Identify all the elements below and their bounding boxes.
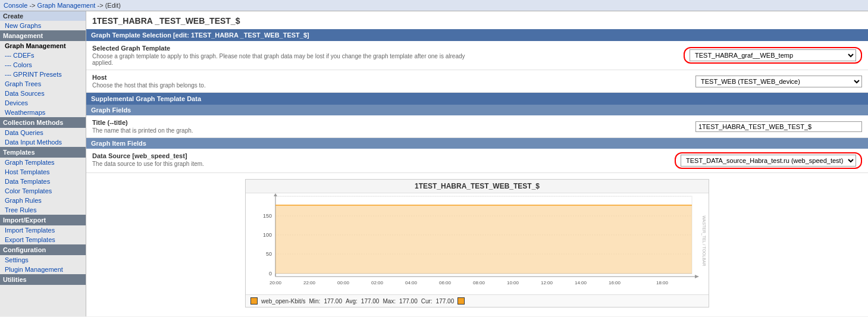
breadcrumb-edit: (Edit) bbox=[105, 2, 121, 9]
sidebar-item-data-queries[interactable]: Data Queries bbox=[0, 128, 86, 137]
svg-marker-27 bbox=[275, 205, 692, 274]
svg-text:18:00: 18:00 bbox=[656, 280, 669, 285]
data-source-select[interactable]: TEST_DATA_source_Habra_test.ru (web_spee… bbox=[681, 155, 856, 167]
title-label: Title (--title) bbox=[92, 119, 471, 126]
svg-text:0: 0 bbox=[269, 271, 272, 277]
legend-max-label: Max: bbox=[383, 298, 396, 305]
sidebar-item-gprint-presets[interactable]: --- GPRINT Presets bbox=[0, 70, 86, 79]
svg-text:16:00: 16:00 bbox=[609, 280, 621, 285]
title-field-cell bbox=[477, 115, 868, 138]
host-select[interactable]: TEST_WEB (TEST_WEB_device) bbox=[695, 76, 862, 87]
svg-text:20:00: 20:00 bbox=[270, 280, 282, 285]
main-content: 1TEST_HABRA _TEST_WEB_TEST_$ Graph Templ… bbox=[86, 11, 868, 316]
sidebar-section-configuration: Configuration bbox=[0, 244, 86, 255]
svg-marker-8 bbox=[695, 275, 699, 278]
svg-text:10:00: 10:00 bbox=[507, 280, 519, 285]
graph-item-fields-subheader: Graph Item Fields bbox=[86, 138, 868, 149]
sidebar-item-host-templates[interactable]: Host Templates bbox=[0, 167, 86, 177]
host-label: Host bbox=[92, 74, 471, 81]
host-field-cell: TEST_WEB (TEST_WEB_device) bbox=[477, 70, 868, 93]
legend-avg-label: Avg: bbox=[346, 298, 358, 305]
legend-cur-label: Cur: bbox=[421, 298, 433, 305]
svg-text:08:00: 08:00 bbox=[473, 280, 485, 285]
graph-template-form: Selected Graph Template Choose a graph t… bbox=[86, 41, 868, 93]
sidebar-item-graph-templates[interactable]: Graph Templates bbox=[0, 158, 86, 167]
legend-series-label: web_open-Kbit/s bbox=[261, 298, 306, 305]
sidebar-section-import-export: Import/Export bbox=[0, 215, 86, 225]
sidebar-item-colors[interactable]: --- Colors bbox=[0, 60, 86, 70]
form-row-data-source: Data Source [web_speed_test] The data so… bbox=[86, 149, 868, 173]
svg-text:00:00: 00:00 bbox=[337, 280, 350, 285]
sidebar-item-graph-trees[interactable]: Graph Trees bbox=[0, 79, 86, 89]
sidebar-item-graph-rules[interactable]: Graph Rules bbox=[0, 196, 86, 205]
graph-preview-title: 1TEST_HABRA_TEST_WEB_TEST_$ bbox=[246, 180, 709, 193]
title-input[interactable] bbox=[695, 121, 862, 132]
legend-cur-value: 177.00 bbox=[436, 298, 455, 305]
sidebar-item-data-sources[interactable]: Data Sources bbox=[0, 89, 86, 98]
data-source-desc: The data source to use for this graph it… bbox=[92, 161, 471, 167]
title-desc: The name that is printed on the graph. bbox=[92, 127, 471, 134]
svg-text:06:00: 06:00 bbox=[439, 280, 452, 285]
supplemental-form: Title (--title) The name that is printed… bbox=[86, 115, 868, 138]
svg-text:100: 100 bbox=[263, 232, 272, 238]
supplemental-section-header: Supplemental Graph Template Data bbox=[86, 93, 868, 105]
sidebar-item-new-graphs[interactable]: New Graphs bbox=[0, 21, 86, 30]
sidebar-item-tree-rules[interactable]: Tree Rules bbox=[0, 205, 86, 215]
sidebar-section-utilities: Utilities bbox=[0, 274, 86, 285]
template-select[interactable]: TEST_HABRA_graf__WEB_temp bbox=[690, 49, 856, 61]
svg-text:WASTER_TEL / TOOLBAR: WASTER_TEL / TOOLBAR bbox=[701, 215, 706, 266]
sidebar-section-collection: Collection Methods bbox=[0, 117, 86, 128]
sidebar-item-settings[interactable]: Settings bbox=[0, 255, 86, 265]
svg-text:22:00: 22:00 bbox=[303, 280, 316, 285]
sidebar-item-graph-management[interactable]: Graph Management bbox=[0, 41, 86, 51]
svg-text:50: 50 bbox=[266, 251, 272, 257]
sidebar-item-devices[interactable]: Devices bbox=[0, 98, 86, 108]
graph-fields-subheader: Graph Fields bbox=[86, 105, 868, 115]
graph-canvas: 0 50 100 150 20:00 22:00 00:00 02:00 04:… bbox=[246, 193, 709, 294]
graph-preview: 1TEST_HABRA_TEST_WEB_TEST_$ bbox=[245, 179, 709, 307]
svg-text:04:00: 04:00 bbox=[405, 280, 418, 285]
svg-text:14:00: 14:00 bbox=[575, 280, 587, 285]
form-row-template: Selected Graph Template Choose a graph t… bbox=[86, 41, 868, 70]
data-source-form: Data Source [web_speed_test] The data so… bbox=[86, 149, 868, 173]
sidebar-section-create: Create bbox=[0, 11, 86, 21]
sidebar-item-data-templates[interactable]: Data Templates bbox=[0, 177, 86, 186]
host-desc: Choose the host that this graph belongs … bbox=[92, 82, 471, 89]
sidebar-section-management: Management bbox=[0, 30, 86, 41]
legend-max-value: 177.00 bbox=[399, 298, 418, 305]
template-field-cell: TEST_HABRA_graf__WEB_temp bbox=[477, 41, 868, 70]
svg-text:12:00: 12:00 bbox=[541, 280, 553, 285]
page-title: 1TEST_HABRA _TEST_WEB_TEST_$ bbox=[86, 11, 868, 29]
data-source-label: Data Source [web_speed_test] bbox=[92, 152, 471, 159]
breadcrumb-graph-mgmt[interactable]: Graph Management bbox=[37, 2, 96, 9]
sidebar-section-templates: Templates bbox=[0, 147, 86, 158]
legend-color-box bbox=[250, 297, 258, 305]
graph-svg: 0 50 100 150 20:00 22:00 00:00 02:00 04:… bbox=[246, 193, 709, 294]
legend-cur-color-box bbox=[457, 297, 465, 305]
breadcrumb: Console -> Graph Management -> (Edit) bbox=[0, 0, 868, 11]
sidebar-item-weathermaps[interactable]: Weathermaps bbox=[0, 108, 86, 117]
sidebar-item-cdefs[interactable]: --- CDEFs bbox=[0, 51, 86, 60]
template-desc: Choose a graph template to apply to this… bbox=[92, 53, 471, 66]
sidebar: Create New Graphs Management Graph Manag… bbox=[0, 11, 86, 316]
svg-text:02:00: 02:00 bbox=[371, 280, 384, 285]
sidebar-item-import-templates[interactable]: Import Templates bbox=[0, 225, 86, 235]
graph-template-section-header: Graph Template Selection [edit: 1TEST_HA… bbox=[86, 29, 868, 41]
form-row-host: Host Choose the host that this graph bel… bbox=[86, 70, 868, 93]
sidebar-item-data-input-methods[interactable]: Data Input Methods bbox=[0, 137, 86, 147]
data-source-select-wrapper: TEST_DATA_source_Habra_test.ru (web_spee… bbox=[675, 152, 862, 169]
legend-min-value: 177.00 bbox=[324, 298, 342, 305]
svg-marker-9 bbox=[274, 193, 277, 196]
sidebar-item-export-templates[interactable]: Export Templates bbox=[0, 235, 86, 244]
graph-legend: web_open-Kbit/s Min: 177.00 Avg: 177.00 … bbox=[246, 294, 709, 307]
breadcrumb-console[interactable]: Console bbox=[4, 2, 27, 9]
breadcrumb-sep2: -> bbox=[97, 2, 105, 9]
legend-min-label: Min: bbox=[309, 298, 321, 305]
form-row-title: Title (--title) The name that is printed… bbox=[86, 115, 868, 138]
sidebar-item-color-templates[interactable]: Color Templates bbox=[0, 186, 86, 196]
sidebar-item-plugin-management[interactable]: Plugin Management bbox=[0, 265, 86, 274]
legend-avg-value: 177.00 bbox=[361, 298, 380, 305]
template-select-wrapper: TEST_HABRA_graf__WEB_temp bbox=[684, 47, 862, 64]
svg-text:150: 150 bbox=[263, 213, 272, 219]
breadcrumb-sep1: -> bbox=[29, 2, 37, 9]
